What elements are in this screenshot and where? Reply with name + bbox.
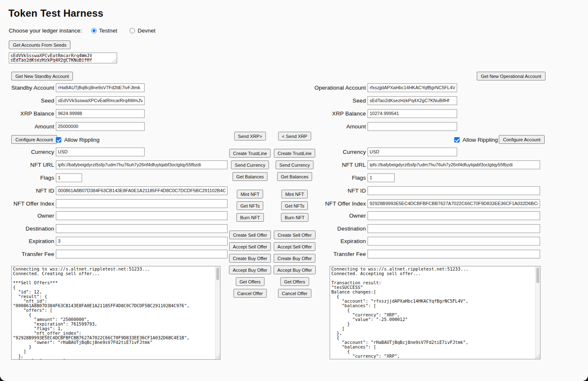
standby-nft-offer-index-input[interactable] [56, 199, 228, 208]
op-mint-nft-button[interactable]: Mint NFT [281, 190, 308, 198]
op-xrp-balance-label: XRP Balance [312, 110, 368, 117]
op-transfer-fee-label: Transfer Fee [312, 251, 368, 257]
standby-xrp-balance-row: XRP Balance [0, 109, 145, 118]
seed-line-2: sEdTao2dKsezHzkPq4X2gC7KNuBifHf [10, 58, 115, 63]
op-nft-offer-index-input[interactable] [368, 199, 540, 208]
standby-cancel-offer-button[interactable]: Cancel Offer [233, 289, 267, 298]
op-seed-input[interactable] [368, 96, 457, 105]
op-create-buy-offer-button[interactable]: Create Buy Offer [274, 254, 315, 263]
standby-owner-input[interactable] [56, 211, 228, 220]
standby-create-sell-offer-button[interactable]: Create Sell Offer [229, 231, 271, 239]
op-account-row: Operational Account [312, 83, 457, 92]
standby-accept-sell-offer-button[interactable]: Accept Sell Offer [229, 242, 271, 251]
standby-seed-input[interactable] [56, 96, 145, 105]
op-destination-input[interactable] [368, 224, 540, 233]
op-account-input[interactable] [368, 83, 457, 92]
op-get-balances-button[interactable]: Get Balances [277, 172, 312, 181]
standby-owner-label: Owner [0, 213, 56, 219]
standby-expiration-input[interactable] [56, 237, 228, 246]
standby-destination-input[interactable] [56, 224, 228, 233]
standby-currency-input[interactable] [56, 148, 145, 156]
ledger-chooser: Choose your ledger instance: Testnet Dev… [9, 27, 168, 34]
op-expiration-label: Expiration [312, 238, 368, 244]
op-currency-row: Currency [312, 147, 457, 156]
op-send-currency-button[interactable]: Send Currency [275, 160, 313, 169]
standby-create-buy-offer-button[interactable]: Create Buy Offer [229, 254, 271, 263]
op-console-textarea[interactable]: Connecting to wss://s.altnet.rippletest.… [330, 266, 540, 359]
op-nft-url-input[interactable] [368, 160, 540, 169]
standby-amount-input[interactable] [56, 122, 145, 131]
standby-console-scrollbar[interactable] [215, 266, 220, 359]
standby-nft-id-input[interactable] [56, 186, 228, 195]
get-new-operational-account-button[interactable]: Get New Operational Account [477, 72, 545, 80]
standby-accept-buy-offer-button[interactable]: Accept Buy Offer [229, 266, 271, 274]
op-amount-row: Amount [312, 122, 457, 131]
op-get-offers-button[interactable]: Get Offers [280, 277, 309, 286]
op-create-trustline-button[interactable]: Create TrustLine [274, 149, 315, 158]
standby-currency-row: Currency [0, 147, 145, 156]
standby-configure-account-button[interactable]: Configure Account [11, 135, 57, 144]
standby-expiration-row: Expiration [0, 236, 228, 246]
seeds-textarea[interactable]: sEdVVkSsswaXPCvEatRmcarRrq4WmJV sEdTao2d… [9, 53, 117, 63]
get-new-standby-account-button[interactable]: Get New Standby Account [11, 72, 73, 80]
standby-nft-url-input[interactable] [56, 160, 228, 169]
op-create-sell-offer-button[interactable]: Create Sell Offer [274, 231, 315, 239]
standby-get-nfts-button[interactable]: Get NFTs [237, 201, 263, 210]
op-seed-row: Seed [312, 96, 457, 105]
op-configure-account-button[interactable]: Configure Account [499, 135, 545, 144]
standby-burn-nft-button[interactable]: Burn NFT [236, 213, 264, 222]
standby-destination-label: Destination [0, 226, 56, 232]
op-console-scrollbar-thumb[interactable] [536, 268, 539, 283]
standby-send-xrp-button[interactable]: Send XRP> [234, 132, 266, 140]
standby-allow-rippling-label: Allow Rippling [64, 137, 100, 143]
op-flags-input[interactable] [368, 173, 395, 182]
op-nft-id-label: NFT ID [312, 188, 368, 194]
standby-send-currency-button[interactable]: Send Currency [231, 160, 269, 169]
op-allow-rippling-checkbox[interactable] [454, 137, 460, 143]
standby-seed-row: Seed [0, 96, 145, 105]
op-currency-input[interactable] [368, 148, 457, 156]
standby-mint-nft-button[interactable]: Mint NFT [237, 190, 263, 198]
op-owner-label: Owner [312, 213, 368, 219]
standby-transfer-fee-input[interactable] [56, 250, 228, 258]
op-send-xrp-button[interactable]: < Send XRP [278, 132, 311, 140]
op-xrp-balance-row: XRP Balance [312, 109, 457, 118]
standby-create-trustline-button[interactable]: Create TrustLine [229, 149, 270, 158]
testnet-radio[interactable] [91, 28, 97, 33]
op-burn-nft-button[interactable]: Burn NFT [281, 213, 308, 222]
op-console-scrollbar[interactable] [535, 266, 540, 359]
op-nft-id-input[interactable] [368, 186, 540, 195]
op-currency-label: Currency [312, 149, 368, 155]
page-background: Token Test Harness Choose your ledger in… [0, 0, 588, 381]
standby-flags-row: Flags [0, 173, 82, 182]
op-accept-sell-offer-button[interactable]: Accept Sell Offer [274, 242, 315, 251]
standby-nft-offer-index-label: NFT Offer Index [0, 201, 56, 207]
op-nft-offer-index-row: NFT Offer Index [312, 199, 540, 208]
standby-console-scrollbar-thumb[interactable] [216, 268, 219, 280]
standby-get-balances-button[interactable]: Get Balances [233, 172, 268, 181]
op-expiration-input[interactable] [368, 237, 540, 246]
op-destination-row: Destination [312, 224, 540, 233]
op-accept-buy-offer-button[interactable]: Accept Buy Offer [274, 266, 316, 274]
standby-seed-label: Seed [0, 98, 56, 104]
standby-xrp-balance-input[interactable] [56, 109, 145, 118]
devnet-radio[interactable] [130, 28, 135, 33]
op-xrp-balance-input[interactable] [368, 109, 457, 118]
standby-flags-input[interactable] [56, 173, 82, 182]
op-nft-url-label: NFT URL [312, 162, 368, 168]
op-get-nfts-button[interactable]: Get NFTs [281, 201, 308, 210]
standby-nft-id-row: NFT ID [0, 186, 228, 195]
standby-amount-row: Amount [0, 122, 145, 131]
op-transfer-fee-input[interactable] [368, 250, 540, 258]
standby-get-offers-button[interactable]: Get Offers [236, 277, 265, 286]
standby-allow-rippling-checkbox[interactable] [56, 137, 61, 143]
standby-flags-label: Flags [0, 175, 56, 181]
devnet-radio-label[interactable]: Devnet [138, 28, 155, 34]
standby-account-input[interactable] [56, 83, 145, 92]
testnet-radio-label[interactable]: Testnet [99, 28, 118, 34]
op-cancel-offer-button[interactable]: Cancel Offer [278, 289, 311, 298]
op-owner-input[interactable] [368, 211, 540, 220]
get-accounts-from-seeds-button[interactable]: Get Accounts From Seeds [9, 40, 70, 49]
op-amount-input[interactable] [368, 122, 457, 131]
standby-console-textarea[interactable]: Connecting to wss://s.altnet.rippletest.… [11, 266, 220, 360]
